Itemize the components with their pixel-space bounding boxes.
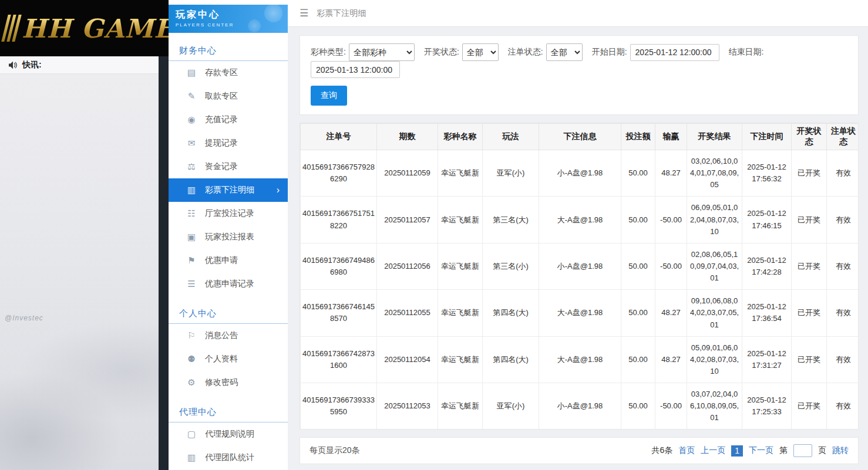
cell-bet-info: 小-A盘@1.98 xyxy=(539,150,621,197)
table-header-row: 注单号 期数 彩种名称 玩法 下注信息 投注额 输赢 开奖结果 下注时间 开奖状… xyxy=(301,124,859,150)
prev-page-link[interactable]: 上一页 xyxy=(701,445,725,456)
bet-status-label: 注单状态: xyxy=(508,47,543,58)
current-page-indicator[interactable]: 1 xyxy=(731,445,743,457)
user-icon: ⚉ xyxy=(186,354,197,364)
header-bet-time: 下注时间 xyxy=(742,124,792,150)
jump-button[interactable]: 跳转 xyxy=(832,445,849,456)
deposit-icon: ▤ xyxy=(186,67,197,78)
sidebar-item-promo-apply-records[interactable]: ☰ 优惠申请记录 xyxy=(169,272,288,296)
sidebar-item-player-bet-report[interactable]: ▣ 玩家投注报表 xyxy=(169,225,288,249)
cell-bet-number: 401569173667579286290 xyxy=(301,150,377,197)
sidebar-item-fund-records[interactable]: ⚖ 资金记录 xyxy=(169,155,288,178)
sidebar-item-cashout-records[interactable]: ✉ 提现记录 xyxy=(169,131,288,155)
sidebar-item-agent-team-stats[interactable]: ▥ 代理团队统计 xyxy=(169,446,288,469)
sidebar-item-change-password[interactable]: ⚙ 修改密码 xyxy=(169,371,288,394)
lottery-type-label: 彩种类型: xyxy=(311,47,346,58)
sidebar-item-hall-bet-records[interactable]: ☷ 厅室投注记录 xyxy=(169,202,288,225)
promo-records-icon: ☰ xyxy=(186,279,197,289)
sidebar-item-label: 厅室投注记录 xyxy=(205,208,254,219)
sidebar-item-lottery-bet-details[interactable]: ▥ 彩票下注明细 › xyxy=(169,178,288,202)
draw-status-label: 开奖状态: xyxy=(424,47,459,58)
cell-draw-status: 已开奖 xyxy=(792,197,827,243)
cell-draw-result: 02,08,06,05,10,09,07,04,03,01 xyxy=(687,243,742,289)
cell-draw-result: 06,09,05,01,02,04,08,07,03,10 xyxy=(687,197,742,243)
sidebar-item-agent-rules[interactable]: ▢ 代理规则说明 xyxy=(169,422,288,446)
cell-lottery-name: 幸运飞艇新 xyxy=(438,383,483,430)
header-winloss: 输赢 xyxy=(655,124,687,150)
sidebar-item-recharge-records[interactable]: ◉ 充值记录 xyxy=(169,108,288,131)
cell-bet-number: 401569173667428731600 xyxy=(301,336,377,383)
left-panel: HH GAME 快讯: @Investec xyxy=(0,0,169,470)
table-row: 401569173667517518220 20250112057 幸运飞艇新 … xyxy=(301,197,859,243)
header-period: 期数 xyxy=(377,124,438,150)
document-icon: ▢ xyxy=(186,429,197,439)
cell-bet-number: 401569173667393335950 xyxy=(301,383,377,430)
total-count-label: 共6条 xyxy=(651,445,672,456)
query-button[interactable]: 查询 xyxy=(311,86,347,106)
cell-draw-status: 已开奖 xyxy=(792,150,827,197)
cell-period: 20250112053 xyxy=(377,383,438,430)
lottery-type-select[interactable]: 全部彩种 xyxy=(349,43,415,61)
cell-bet-time: 2025-01-12 17:56:32 xyxy=(742,150,792,197)
withdraw-icon: ✎ xyxy=(186,91,197,102)
table-row: 401569173667461458570 20250112055 幸运飞艇新 … xyxy=(301,290,859,336)
cell-period: 20250112056 xyxy=(377,243,438,289)
first-page-link[interactable]: 首页 xyxy=(678,445,695,456)
next-page-link[interactable]: 下一页 xyxy=(749,445,773,456)
news-ticker-bar: 快讯: xyxy=(0,56,159,74)
cell-amount: 50.00 xyxy=(621,243,655,289)
cell-bet-info: 大-A盘@1.98 xyxy=(539,197,621,243)
cell-amount: 50.00 xyxy=(621,336,655,383)
header-lottery-name: 彩种名称 xyxy=(438,124,483,150)
cell-lottery-name: 幸运飞艇新 xyxy=(438,150,483,197)
table-row: 401569173667579286290 20250112059 幸运飞艇新 … xyxy=(301,150,859,197)
cell-bet-number: 401569173667494866980 xyxy=(301,243,377,289)
jump-prefix-label: 第 xyxy=(779,445,788,456)
end-date-input[interactable] xyxy=(311,61,400,78)
top-bar: ☰ 彩票下注明细 xyxy=(288,0,868,27)
bet-status-select[interactable]: 全部 xyxy=(546,43,583,61)
draw-status-select[interactable]: 全部 xyxy=(462,43,499,61)
cell-draw-result: 05,09,01,06,04,02,08,07,03,10 xyxy=(687,336,742,383)
cell-bet-info: 大-A盘@1.98 xyxy=(539,336,621,383)
sidebar-item-label: 取款专区 xyxy=(205,91,238,102)
cell-draw-result: 03,02,06,10,04,01,07,08,09,05 xyxy=(687,150,742,197)
filter-panel: 彩种类型: 全部彩种 开奖状态: 全部 注单状态: 全部 开始日期: 结束日期:… xyxy=(300,35,859,115)
sidebar-item-label: 代理规则说明 xyxy=(205,429,254,439)
cell-amount: 50.00 xyxy=(621,197,655,243)
page-title: 彩票下注明细 xyxy=(317,8,366,19)
cell-bet-number: 401569173667461458570 xyxy=(301,290,377,336)
cell-winloss: -50.00 xyxy=(655,197,687,243)
cell-play: 第三名(大) xyxy=(483,197,539,243)
bets-table-card: 注单号 期数 彩种名称 玩法 下注信息 投注额 输赢 开奖结果 下注时间 开奖状… xyxy=(300,123,859,430)
section-title-agent: 代理中心 xyxy=(169,401,288,422)
sidebar-item-label: 个人资料 xyxy=(205,354,238,364)
cell-bet-time: 2025-01-12 17:42:28 xyxy=(742,243,792,289)
bets-table: 注单号 期数 彩种名称 玩法 下注信息 投注额 输赢 开奖结果 下注时间 开奖状… xyxy=(300,123,859,430)
cell-winloss: -50.00 xyxy=(655,243,687,289)
pagination-bar: 每页显示20条 共6条 首页 上一页 1 下一页 第 页 跳转 xyxy=(300,437,859,464)
page-jump-input[interactable] xyxy=(793,444,812,457)
main-area: ☰ 彩票下注明细 彩种类型: 全部彩种 开奖状态: 全部 注单状态: 全部 开始… xyxy=(288,0,868,470)
per-page-label: 每页显示20条 xyxy=(309,445,360,456)
hamburger-menu-icon[interactable]: ☰ xyxy=(300,7,308,19)
players-center-title: 玩家中心 xyxy=(176,9,281,21)
start-date-input[interactable] xyxy=(630,44,719,61)
header-bet-status: 注单状态 xyxy=(827,124,859,150)
sidebar-item-withdraw-zone[interactable]: ✎ 取款专区 xyxy=(169,84,288,108)
sidebar-item-announcements[interactable]: ⚐ 消息公告 xyxy=(169,324,288,347)
sidebar-item-label: 资金记录 xyxy=(205,161,238,172)
cashout-icon: ✉ xyxy=(186,138,197,148)
sidebar-item-deposit-zone[interactable]: ▤ 存款专区 xyxy=(169,61,288,84)
cell-bet-status: 有效 xyxy=(827,243,859,289)
sidebar-item-profile[interactable]: ⚉ 个人资料 xyxy=(169,347,288,371)
sidebar-item-promo-apply[interactable]: ⚑ 优惠申请 xyxy=(169,249,288,272)
cell-play: 第四名(大) xyxy=(483,336,539,383)
cell-play: 亚军(小) xyxy=(483,383,539,430)
logo-text: HH GAME xyxy=(22,13,169,43)
cell-draw-status: 已开奖 xyxy=(792,336,827,383)
cell-bet-time: 2025-01-12 17:25:33 xyxy=(742,383,792,430)
cell-winloss: 48.27 xyxy=(655,336,687,383)
section-title-personal: 个人中心 xyxy=(169,303,288,324)
cell-draw-status: 已开奖 xyxy=(792,383,827,430)
